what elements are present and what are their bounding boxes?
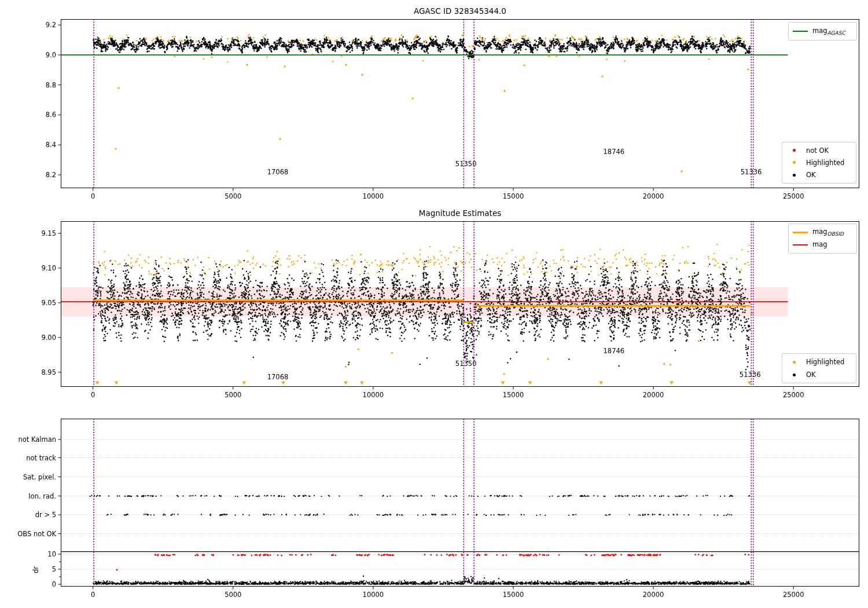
x-tick-label: 20000	[643, 591, 664, 599]
x-tick-label: 20000	[643, 192, 664, 200]
y-tick-label: 8.2	[33, 171, 56, 179]
x-tick-label: 0	[91, 391, 95, 399]
labels-layer: 0500010000150002000025000050001000015000…	[0, 0, 868, 608]
figure: AGASC ID 328345344.0 Magnitude Estimates…	[0, 0, 868, 608]
dr-tick-label: 5	[33, 565, 56, 573]
y-tick-label: 8.95	[33, 368, 56, 376]
flag-row-label: OBS not OK	[4, 530, 56, 538]
x-tick-label: 0	[91, 192, 95, 200]
y-tick-label: 9.15	[33, 229, 56, 237]
flag-row-label: not Kalman	[4, 435, 56, 444]
flag-row-label: Sat. pixel.	[4, 473, 56, 481]
x-tick-label: 10000	[363, 591, 384, 599]
annotation-label: 18746	[604, 347, 625, 355]
x-tick-label: 5000	[225, 391, 241, 399]
x-tick-label: 15000	[503, 192, 524, 200]
dr-tick-label: 10	[33, 550, 56, 558]
y-tick-label: 9.05	[33, 299, 56, 307]
annotation-label: 51350	[455, 360, 477, 368]
annotation-label: 17068	[267, 168, 289, 176]
y-tick-label: 8.8	[33, 81, 56, 89]
dr-tick-label: 0	[33, 580, 56, 588]
x-tick-label: 25000	[783, 391, 804, 399]
y-tick-label: 8.4	[33, 141, 56, 149]
x-tick-label: 10000	[363, 391, 384, 399]
annotation-label: 18746	[604, 148, 625, 156]
x-tick-label: 25000	[783, 192, 804, 200]
x-tick-label: 25000	[783, 591, 804, 599]
annotation-label: 51336	[741, 168, 762, 176]
x-tick-label: 15000	[503, 591, 524, 599]
flag-row-label: Ion. rad.	[4, 492, 56, 500]
x-tick-label: 10000	[363, 192, 384, 200]
y-tick-label: 9.10	[33, 264, 56, 272]
annotation-label: 51336	[740, 371, 761, 379]
x-tick-label: 0	[91, 591, 95, 599]
flag-row-label: dr > 5	[4, 511, 56, 519]
annotation-label: 17068	[267, 373, 289, 381]
y-tick-label: 8.6	[33, 111, 56, 119]
flag-row-label: not track	[4, 454, 56, 462]
x-tick-label: 5000	[225, 591, 241, 599]
y-tick-label: 9.2	[33, 21, 56, 29]
x-tick-label: 20000	[643, 391, 664, 399]
y-tick-label: 9.0	[33, 51, 56, 59]
y-tick-label: 9.00	[33, 334, 56, 342]
x-tick-label: 15000	[503, 391, 524, 399]
annotation-label: 51350	[455, 160, 477, 168]
x-tick-label: 5000	[225, 192, 241, 200]
